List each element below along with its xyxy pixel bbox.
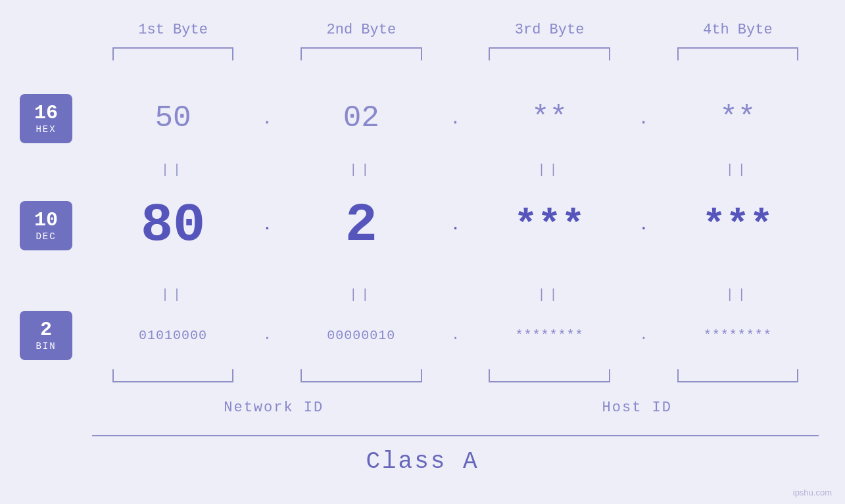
hex-dot-1: . [254, 108, 280, 129]
eq2-1: || [92, 287, 254, 302]
bin-val-1: 01010000 [92, 328, 254, 343]
dec-val-3: *** [469, 203, 631, 248]
byte-label-2: 2nd Byte [280, 22, 442, 38]
bot-bracket-4 [657, 369, 819, 382]
bracket-1 [92, 47, 254, 60]
id-labels-container: Network ID Host ID [92, 400, 819, 416]
byte-label-4: 4th Byte [657, 22, 819, 38]
byte-label-1: 1st Byte [92, 22, 254, 38]
bin-row: 2 BIN 01010000 . 00000010 . ******** . [0, 309, 845, 361]
bot-bracket-3 [469, 369, 631, 382]
bin-val-3: ******** [469, 328, 631, 343]
byte-labels-row: 1st Byte 2nd Byte 3rd Byte 4th Byte [0, 13, 845, 46]
top-brackets-row [0, 45, 845, 63]
byte-labels-grid: 1st Byte 2nd Byte 3rd Byte 4th Byte [92, 22, 819, 38]
hex-row: 16 HEX 50 . 02 . ** . ** [0, 92, 845, 145]
host-id-label: Host ID [456, 400, 819, 416]
id-labels-row: Network ID Host ID [0, 394, 845, 421]
bot-bracket-1 [92, 369, 254, 382]
eq-2: || [280, 162, 442, 177]
hex-val-4: ** [657, 101, 819, 135]
dec-val-2: 2 [280, 195, 442, 256]
dec-dot-2: . [443, 218, 469, 234]
dec-row: 10 DEC 80 . 2 . *** . *** [0, 183, 845, 268]
dec-dot-3: . [631, 218, 657, 234]
dec-val-1: 80 [92, 195, 254, 256]
class-row: Class A [0, 442, 845, 481]
eq-4: || [657, 162, 819, 177]
watermark: ipshu.com [793, 488, 832, 497]
eq2-2: || [280, 287, 442, 302]
bin-val-4: ******** [657, 328, 819, 343]
hex-values-grid: 50 . 02 . ** . ** [92, 101, 819, 135]
brackets-grid [92, 47, 819, 60]
hex-val-3: ** [469, 101, 631, 135]
dec-values-grid: 80 . 2 . *** . *** [92, 195, 819, 256]
equals-grid-2: || || || || [92, 287, 819, 302]
eq-1: || [92, 162, 254, 177]
bracket-3 [469, 47, 631, 60]
byte-label-3: 3rd Byte [469, 22, 631, 38]
bin-dot-2: . [443, 327, 469, 344]
class-bracket-line [92, 435, 819, 436]
bin-dot-1: . [254, 327, 280, 344]
equals-row-2: || || || || [0, 281, 845, 308]
class-label: Class A [366, 448, 479, 475]
bracket-2 [280, 47, 442, 60]
dec-dot-1: . [254, 218, 280, 234]
bottom-brackets-row [0, 367, 845, 385]
eq-3: || [469, 162, 631, 177]
hex-dot-2: . [443, 108, 469, 129]
hex-badge: 16 HEX [0, 94, 92, 143]
bracket-4 [657, 47, 819, 60]
bot-bracket-2 [280, 369, 442, 382]
hex-dot-3: . [631, 108, 657, 129]
network-bracket-wrapper [92, 369, 443, 382]
bin-val-2: 00000010 [280, 328, 442, 343]
equals-row-1: || || || || [0, 156, 845, 183]
page: 1st Byte 2nd Byte 3rd Byte 4th Byte [0, 0, 845, 504]
equals-grid-1: || || || || [92, 162, 819, 177]
network-bracket-area [92, 369, 819, 382]
eq2-3: || [469, 287, 631, 302]
bin-dot-3: . [631, 327, 657, 344]
host-bracket-wrapper [469, 369, 819, 382]
bin-badge: 2 BIN [0, 311, 92, 360]
network-id-label: Network ID [92, 400, 456, 416]
dec-val-4: *** [657, 203, 819, 248]
hex-val-2: 02 [280, 101, 442, 135]
bin-values-grid: 01010000 . 00000010 . ******** . *******… [92, 327, 819, 344]
hex-val-1: 50 [92, 101, 254, 135]
dec-badge: 10 DEC [0, 201, 92, 250]
eq2-4: || [657, 287, 819, 302]
